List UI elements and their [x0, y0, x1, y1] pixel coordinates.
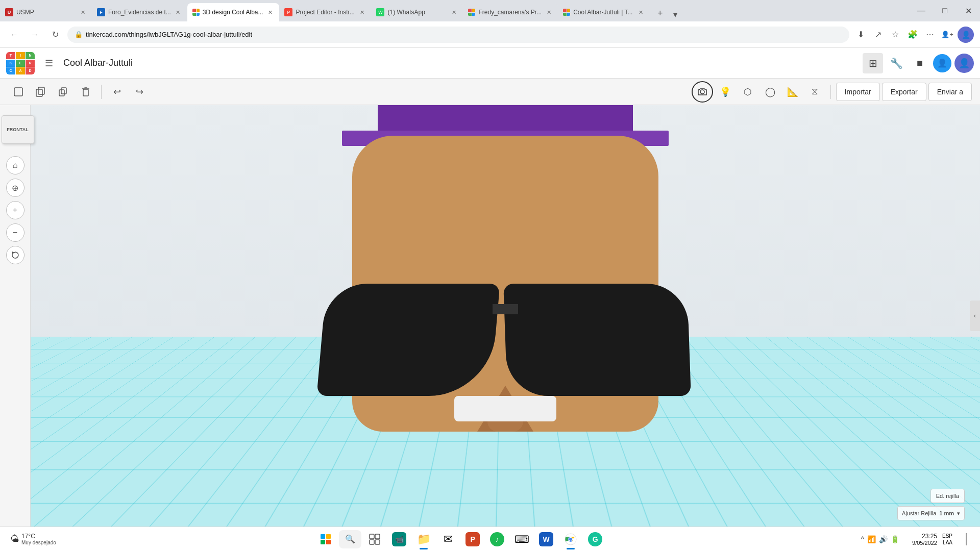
svg-rect-5	[83, 89, 88, 96]
tab-cool[interactable]: Cool Albar-Juttuli | T... ✕	[558, 3, 650, 21]
tab-whatsapp-close[interactable]: ✕	[450, 8, 458, 16]
dark-mode-button[interactable]: ■	[910, 53, 930, 73]
delete-button[interactable]	[76, 82, 96, 102]
send-button[interactable]: Enviar a	[928, 83, 972, 101]
tab-whatsapp[interactable]: W (1) WhatsApp ✕	[371, 3, 463, 21]
language-indicator[interactable]: ESP LAA	[939, 533, 955, 546]
export-button[interactable]: Exportar	[882, 83, 926, 101]
svg-rect-4	[61, 88, 66, 94]
browser-menu-icon[interactable]: ⋯	[923, 28, 937, 42]
tab-fredy[interactable]: Fredy_camarena's Pr... ✕	[463, 3, 558, 21]
import-button[interactable]: Importar	[836, 83, 880, 101]
grid-size-dropdown[interactable]: ▾	[957, 510, 960, 517]
taskbar-ppt-app[interactable]: P	[461, 528, 484, 550]
glasses-left-lens	[316, 284, 500, 396]
taskbar-mail-app[interactable]: ✉	[437, 528, 459, 550]
adjust-grid-control[interactable]: Ajustar Rejilla 1 mm ▾	[897, 506, 965, 520]
task-view-button[interactable]	[363, 528, 386, 550]
forward-button[interactable]: →	[27, 27, 43, 43]
camera-button[interactable]	[692, 81, 713, 103]
system-clock[interactable]: 23:25 9/05/2022	[901, 533, 937, 546]
explorer-icon: 📁	[416, 532, 431, 546]
download-icon[interactable]: ⬇	[853, 28, 868, 42]
tab-foro[interactable]: F Foro_Evidencias de t... ✕	[92, 3, 187, 21]
character-mouth	[454, 396, 556, 421]
battery-icon[interactable]: 🔋	[891, 535, 899, 543]
user-avatar[interactable]: 👤	[954, 54, 974, 73]
taskbar-keyboard-app[interactable]: ⌨	[510, 528, 533, 550]
address-actions: ⬇ ↗ ☆ 🧩 ⋯ 👤+ 👤	[853, 27, 974, 43]
taskbar-search[interactable]: 🔍	[339, 530, 361, 548]
glasses-right-lens	[503, 284, 691, 396]
new-shape-button[interactable]	[8, 82, 29, 102]
maximize-button[interactable]: □	[933, 0, 957, 21]
new-tab-button[interactable]: +	[652, 5, 668, 21]
tab-project[interactable]: P Project Editor - Instr... ✕	[279, 3, 371, 21]
tab-project-close[interactable]: ✕	[358, 8, 366, 16]
taskbar-spotify-app[interactable]: ♪	[486, 528, 508, 550]
svg-rect-3	[59, 90, 64, 96]
right-panel-toggle[interactable]: ‹	[970, 300, 980, 331]
close-button[interactable]: ✕	[957, 0, 980, 21]
view-cube-box[interactable]: FRONTAL	[2, 115, 34, 144]
circle-shape-button[interactable]: ◯	[760, 82, 780, 102]
tab-3d-close[interactable]: ✕	[266, 8, 274, 16]
weather-widget[interactable]: 🌤 17°C Muy despejado	[6, 533, 60, 545]
start-button[interactable]	[314, 528, 337, 550]
add-profile-icon[interactable]: 👤+	[940, 28, 954, 42]
viewport[interactable]: ‹ Ed. rejilla Ajustar Rejilla 1 mm ▾	[31, 105, 980, 527]
show-desktop-button[interactable]	[958, 531, 974, 547]
taskbar-meet-app[interactable]: 📹	[388, 528, 410, 550]
extensions-icon[interactable]: 🧩	[905, 28, 920, 42]
tab-foro-close[interactable]: ✕	[174, 8, 182, 16]
taskbar-chrome-app[interactable]	[559, 528, 582, 550]
copy-button[interactable]	[31, 82, 51, 102]
taskbar-grammarly-app[interactable]: G	[584, 528, 606, 550]
taskbar-word-app[interactable]: W	[535, 528, 557, 550]
zoom-out-button[interactable]: −	[6, 223, 24, 242]
zoom-fit-button[interactable]: ⊕	[6, 179, 24, 197]
volume-icon[interactable]: 🔊	[879, 535, 888, 543]
light-button[interactable]: 💡	[715, 82, 736, 102]
tab-cool-close[interactable]: ✕	[636, 8, 645, 16]
profile-avatar[interactable]: 👤	[958, 27, 974, 43]
minimize-button[interactable]: —	[910, 0, 933, 21]
scene-background: ‹ Ed. rejilla Ajustar Rejilla 1 mm ▾	[31, 105, 980, 527]
tinkercad-logo[interactable]: T I N K E R C A D	[6, 52, 35, 74]
word-icon: W	[539, 532, 553, 546]
undo-button[interactable]: ↩	[107, 82, 127, 102]
weather-info: 17°C Muy despejado	[21, 533, 56, 545]
tab-usmp[interactable]: U USMP ✕	[0, 3, 92, 21]
url-bar[interactable]: 🔒 tinkercad.com/things/iwbJGLTAG1g-cool-…	[67, 27, 849, 43]
home-view-button[interactable]: ⌂	[6, 156, 24, 174]
build-button[interactable]: 🔧	[886, 53, 906, 73]
zoom-in-button[interactable]: +	[6, 201, 24, 219]
window-controls: — □ ✕	[910, 0, 980, 21]
redo-button[interactable]: ↪	[129, 82, 150, 102]
grid-editor-button[interactable]: Ed. rejilla	[930, 489, 965, 503]
share-icon[interactable]: ↗	[871, 28, 885, 42]
rotate-button[interactable]	[6, 246, 24, 264]
bookmark-icon[interactable]: ☆	[888, 28, 902, 42]
show-hidden-icon[interactable]: ^	[861, 535, 864, 543]
reload-button[interactable]: ↻	[47, 27, 63, 43]
ruler-button[interactable]: 📐	[782, 82, 803, 102]
view-cube[interactable]: FRONTAL	[0, 111, 36, 148]
duplicate-button[interactable]	[53, 82, 74, 102]
grid-view-button[interactable]: ⊞	[863, 53, 883, 73]
add-person-button[interactable]: 👤	[933, 54, 951, 72]
tab-3d-design[interactable]: 3D design Cool Alba... ✕	[187, 3, 280, 21]
mirror-button[interactable]: ⧖	[805, 82, 825, 102]
back-button[interactable]: ←	[6, 27, 22, 43]
taskbar-explorer-app[interactable]: 📁	[412, 528, 435, 550]
bottom-right-controls: Ed. rejilla Ajustar Rejilla 1 mm ▾	[897, 489, 965, 520]
hamburger-menu[interactable]: ☰	[40, 54, 58, 72]
chrome-icon	[564, 532, 578, 546]
adjust-grid-label: Ajustar Rejilla	[902, 510, 936, 516]
shape-button[interactable]: ⬡	[738, 82, 758, 102]
tab-usmp-close[interactable]: ✕	[79, 8, 87, 16]
taskbar-center: 🔍 📹 📁	[62, 528, 859, 550]
tab-overflow-button[interactable]: ▾	[668, 7, 682, 21]
tab-fredy-close[interactable]: ✕	[545, 8, 553, 16]
wifi-icon[interactable]: 📶	[867, 535, 876, 543]
